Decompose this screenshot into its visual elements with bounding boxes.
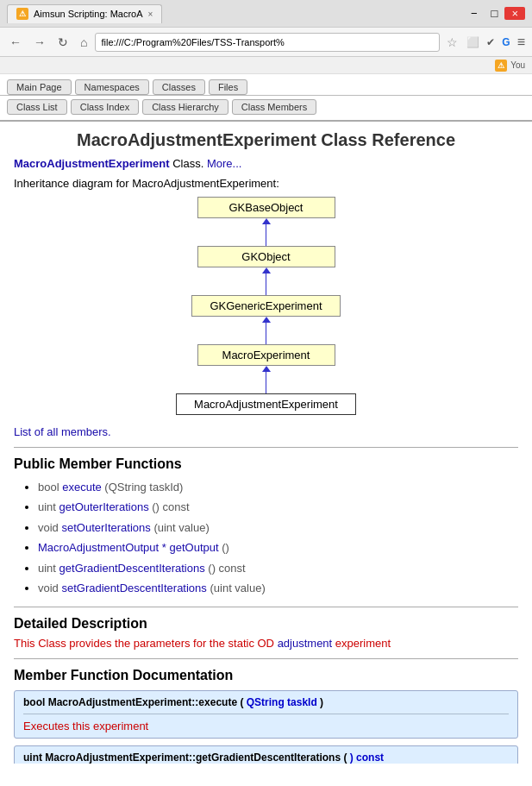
public-members-title: Public Member Functions bbox=[14, 456, 518, 472]
detailed-desc-title: Detailed Description bbox=[14, 616, 518, 632]
arrow-1 bbox=[262, 218, 271, 246]
main-content: MacroAdjustmentExperiment Class Referenc… bbox=[0, 122, 532, 764]
bookmark-icon[interactable]: ☆ bbox=[443, 35, 461, 49]
notif-text: You bbox=[510, 60, 525, 70]
tab-label: Aimsun Scripting: MacroA bbox=[34, 9, 143, 19]
list-item: void setGradientDescentIterations (uint … bbox=[38, 578, 518, 598]
notif-warning-icon: ⚠ bbox=[495, 60, 507, 72]
title-bar: ⚠ Aimsun Scripting: MacroA × − □ × bbox=[0, 0, 532, 28]
page-title: MacroAdjustmentExperiment Class Referenc… bbox=[14, 130, 518, 150]
list-item: uint getGradientDescentIterations () con… bbox=[38, 558, 518, 578]
content-area[interactable]: Main Page Namespaces Classes Files Class… bbox=[0, 74, 532, 764]
tab-class-hierarchy[interactable]: Class Hierarchy bbox=[142, 99, 228, 115]
tab-warning-icon: ⚠ bbox=[16, 8, 28, 20]
divider-3 bbox=[14, 658, 518, 659]
tab-close-btn[interactable]: × bbox=[148, 9, 153, 19]
tab-main-page[interactable]: Main Page bbox=[7, 79, 72, 95]
inherit-node-current: MacroAdjustmentExperiment bbox=[176, 393, 356, 415]
list-item: MacroAdjustmentOutput * getOutput () bbox=[38, 538, 518, 557]
list-item: void setOuterIterations (uint value) bbox=[38, 518, 518, 538]
class-name-link[interactable]: MacroAdjustmentExperiment bbox=[14, 157, 170, 170]
doxy-nav-row2: Class List Class Index Class Hierarchy C… bbox=[0, 96, 532, 122]
divider-2 bbox=[14, 607, 518, 607]
inherit-label: Inheritance diagram for MacroAdjustmentE… bbox=[14, 177, 518, 190]
tab-files[interactable]: Files bbox=[209, 79, 247, 95]
inherit-node-gkobject: GKObject bbox=[197, 246, 335, 267]
tab-class-index[interactable]: Class Index bbox=[71, 99, 139, 115]
func-box-getgradientdescentiterations: uint MacroAdjustmentExperiment::getGradi… bbox=[14, 745, 518, 764]
func-signature-execute: bool MacroAdjustmentExperiment::execute … bbox=[23, 696, 509, 708]
arrow-line-4 bbox=[266, 372, 266, 393]
window-maximize-btn[interactable]: □ bbox=[485, 7, 505, 20]
func-signature-getgradient: uint MacroAdjustmentExperiment::getGradi… bbox=[23, 751, 509, 764]
arrow-head-4 bbox=[262, 366, 271, 372]
public-member-list: bool execute (QString taskId) uint getOu… bbox=[14, 477, 518, 598]
menu-icon[interactable]: ≡ bbox=[516, 35, 527, 50]
ext2-icon[interactable]: G bbox=[500, 36, 511, 48]
tab-classes[interactable]: Classes bbox=[153, 79, 205, 95]
ext1-icon[interactable]: ✔ bbox=[485, 36, 497, 48]
arrow-line-2 bbox=[266, 274, 266, 295]
list-item: bool execute (QString taskId) bbox=[38, 477, 518, 497]
window-minimize-btn[interactable]: − bbox=[464, 7, 485, 20]
home-button[interactable]: ⌂ bbox=[76, 34, 91, 51]
arrow-head-2 bbox=[262, 267, 271, 274]
list-item: uint getOuterIterations () const bbox=[38, 497, 518, 517]
all-members-line: List of all members. bbox=[14, 425, 518, 438]
func-desc-execute: Executes this experiment bbox=[23, 714, 509, 733]
notification-bar: ⚠ You bbox=[0, 57, 532, 74]
divider-1 bbox=[14, 447, 518, 448]
forward-button[interactable]: → bbox=[29, 34, 50, 51]
tab-namespaces[interactable]: Namespaces bbox=[75, 79, 149, 95]
inherit-label-text: Inheritance diagram for MacroAdjustmentE… bbox=[14, 177, 279, 190]
arrow-4 bbox=[262, 366, 271, 393]
tab-class-members[interactable]: Class Members bbox=[232, 99, 316, 115]
func-box-execute: bool MacroAdjustmentExperiment::execute … bbox=[14, 690, 518, 739]
class-header-line: MacroAdjustmentExperiment Class. More... bbox=[14, 157, 518, 170]
address-bar[interactable] bbox=[95, 33, 440, 52]
arrow-head-1 bbox=[262, 218, 271, 224]
class-suffix: Class. bbox=[170, 157, 204, 170]
browser-tab[interactable]: ⚠ Aimsun Scripting: MacroA × bbox=[7, 4, 162, 23]
inherit-node-gkgenericexperiment: GKGenericExperiment bbox=[191, 295, 340, 317]
tab-class-list[interactable]: Class List bbox=[7, 99, 67, 115]
window-close-btn[interactable]: × bbox=[504, 7, 525, 20]
member-func-doc-title: Member Function Documentation bbox=[14, 668, 518, 683]
arrow-2 bbox=[262, 267, 271, 295]
arrow-line-1 bbox=[266, 224, 266, 246]
all-members-link[interactable]: List of all members. bbox=[14, 425, 111, 438]
arrow-3 bbox=[262, 317, 271, 344]
inheritance-diagram: GKBaseObject GKObject GKGenericExperimen… bbox=[14, 197, 518, 415]
cast-icon[interactable]: ⬜ bbox=[465, 36, 481, 48]
arrow-head-3 bbox=[262, 317, 271, 323]
arrow-line-3 bbox=[266, 323, 266, 344]
refresh-button[interactable]: ↻ bbox=[53, 34, 72, 51]
inherit-node-gkbaseobject: GKBaseObject bbox=[197, 197, 335, 218]
inherit-node-macroexperiment: MacroExperiment bbox=[197, 344, 335, 366]
more-link[interactable]: More... bbox=[207, 157, 241, 170]
detailed-desc-text: This Class provides the parameters for t… bbox=[14, 637, 518, 650]
nav-bar: ← → ↻ ⌂ ☆ ⬜ ✔ G ≡ bbox=[0, 28, 532, 57]
doxy-nav-row1: Main Page Namespaces Classes Files bbox=[0, 74, 532, 96]
back-button[interactable]: ← bbox=[5, 34, 26, 51]
